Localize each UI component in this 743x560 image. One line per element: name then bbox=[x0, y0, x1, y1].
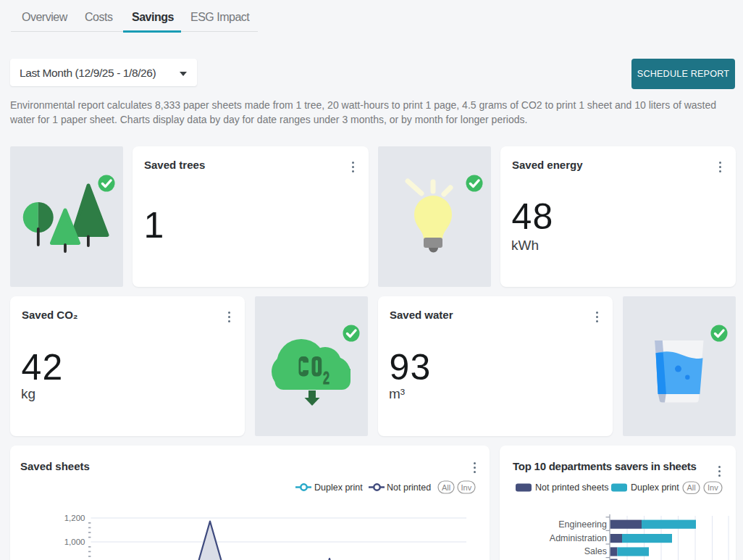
svg-text:Engineering: Engineering bbox=[558, 519, 607, 530]
svg-text:Not printed: Not printed bbox=[387, 482, 431, 493]
svg-text:Not printed sheets: Not printed sheets bbox=[535, 482, 608, 493]
svg-text:Sales: Sales bbox=[584, 546, 607, 556]
svg-text:All: All bbox=[442, 483, 450, 492]
svg-text:Inv: Inv bbox=[708, 483, 718, 492]
svg-text:All: All bbox=[687, 483, 696, 492]
svg-text:Duplex print: Duplex print bbox=[631, 482, 679, 493]
svg-text:2: 2 bbox=[323, 369, 329, 388]
svg-text:1,200: 1,200 bbox=[64, 514, 85, 522]
svg-text:Administration: Administration bbox=[550, 533, 607, 543]
svg-text:Inv: Inv bbox=[461, 483, 472, 492]
svg-text:1,000: 1,000 bbox=[64, 538, 85, 546]
svg-text:Duplex print: Duplex print bbox=[314, 482, 363, 493]
